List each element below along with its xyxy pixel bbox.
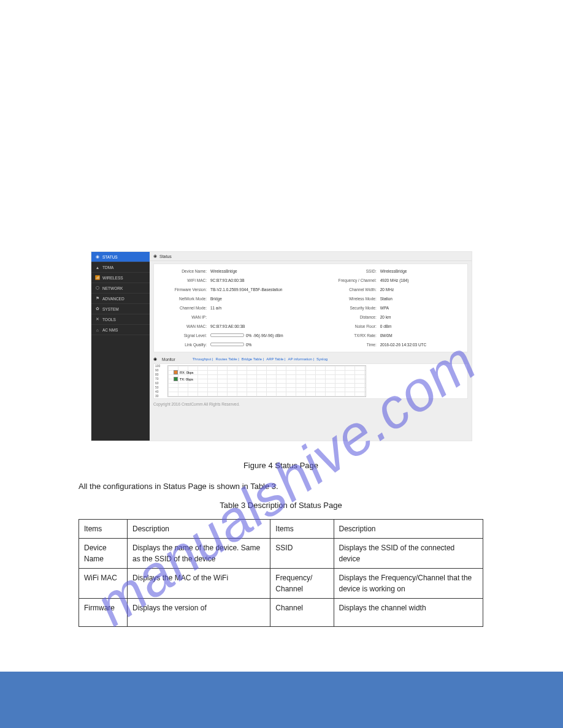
status-row: Distance:20 km [329,313,462,321]
table-caption: Table 3 Description of Status Page [79,499,483,512]
sidebar-item-status[interactable]: ◉STATUS [91,252,150,262]
table-cell: Frequency/ Channel [270,568,334,598]
status-value: WirelessBridge [210,269,237,273]
table-cell: Displays the name of the device. Same as… [128,538,270,568]
status-label: WAN IP: [159,315,207,319]
table-cell: SSID [270,538,334,568]
sidebar-item-network[interactable]: ⬡NETWORK [91,283,150,294]
status-row: Time:2016-02-26 14:32:03 UTC [329,341,462,349]
chart-y-axis: 10090807060504030 [155,364,160,398]
status-value: 11 a/n [210,306,221,310]
sidebar-item-system[interactable]: ✿SYSTEM [91,304,150,314]
status-row: Link Quality:0% [159,341,323,349]
status-label: Channel Width: [329,287,377,292]
sidebar-item-label: WIRELESS [102,276,123,280]
status-row: TX/RX Rate:0M/0M [329,332,462,339]
status-value: TB-V2.1.0.2589.9344_TB5F-Basestation [210,287,282,292]
monitor-link-arp-table[interactable]: ARP Table | [266,357,285,361]
status-row: Device Name:WirelessBridge [159,267,323,275]
tools-icon: ✕ [95,317,100,322]
legend-swatch [174,377,178,381]
content-area: ◉ Status Device Name:WirelessBridgeWIFI … [150,252,472,441]
status-value: 0 dBm [380,324,392,328]
sidebar-item-label: SYSTEM [102,307,119,311]
table-cell: Device Name [79,538,128,568]
table-cell: Channel [270,598,334,626]
y-tick: 80 [155,373,160,377]
table-cell: Displays the Frequency/Channel that the … [334,568,483,598]
status-label: Noise Floor: [329,324,377,328]
status-value: WPA [380,306,389,310]
copyright-text: Copyright 2016 CrestComm All Rights Rese… [150,401,472,408]
tdma-icon: ▲ [95,265,100,270]
status-row: Noise Floor:0 dBm [329,322,462,330]
description-table: ItemsDescriptionItemsDescriptionDevice N… [79,519,483,627]
legend-item: TX: 0bps [174,377,194,381]
status-row: Firmware Version:TB-V2.1.0.2589.9344_TB5… [159,286,323,294]
y-tick: 100 [155,364,160,368]
y-tick: 60 [155,381,160,385]
figure-caption: Figure 4 Status Page [79,460,483,472]
status-value: WirelessBridge [380,269,407,273]
status-label: SSID: [329,269,377,273]
monitor-title: Monitor [162,357,175,362]
sidebar-item-label: TDMA [102,265,113,270]
table-cell: Firmware [79,598,128,626]
legend-text: TX: 0bps [180,377,193,381]
status-value: 0% -96(-96/-96) dBm [210,333,283,338]
status-value: Bridge [210,297,222,301]
throughput-chart: 10090807060504030 RX: 0bpsTX: 0bps [153,363,468,399]
status-screenshot: ◉STATUS▲TDMA📶WIRELESS⬡NETWORK⚑ADVANCED✿S… [91,251,472,441]
status-label: Frequency / Channel: [329,278,377,282]
sidebar-item-label: AC NMS [102,328,118,332]
monitor-link-throughput[interactable]: Throughput | [193,357,213,361]
advanced-icon: ⚑ [95,296,100,301]
sidebar-item-tdma[interactable]: ▲TDMA [91,262,150,273]
legend-text: RX: 0bps [180,371,194,374]
table-cell: Displays the channel width [334,598,483,626]
status-value: 0% [210,343,251,347]
status-value: Station [380,297,393,301]
monitor-link-syslog[interactable]: Syslog [316,357,327,361]
status-row: Signal Level:0% -96(-96/-96) dBm [159,332,323,339]
status-title: Status [159,254,172,259]
caption-block: Figure 4 Status Page All the configurati… [79,460,483,627]
status-row: NetWork Mode:Bridge [159,295,323,303]
status-label: Distance: [329,315,377,319]
ac nms-icon: ⌂ [95,327,100,332]
monitor-link-ap-information[interactable]: AP information | [288,357,314,361]
table-header-cell: Items [79,519,128,538]
monitor-section-header: ◉ Monitor Throughput |Routes Table |Brid… [150,355,472,363]
sidebar-item-advanced[interactable]: ⚑ADVANCED [91,294,150,304]
sidebar-item-label: TOOLS [102,317,116,322]
paragraph-1: All the configurations in Status Page is… [79,480,483,493]
legend-swatch [174,370,178,374]
status-value: 2016-02-26 14:32:03 UTC [380,343,427,347]
status-row: SSID:WirelessBridge [329,267,462,275]
status-row: Channel Width:20 MHz [329,286,462,294]
status-label: Firmware Version: [159,287,207,292]
status-row: Channel Mode:11 a/n [159,304,323,312]
table-row: WiFi MACDisplays the MAC of the WiFiFreq… [79,568,483,598]
progress-bar [210,333,244,337]
y-tick: 90 [155,368,160,373]
network-icon: ⬡ [95,286,100,290]
sidebar-item-wireless[interactable]: 📶WIRELESS [91,273,150,283]
status-value: 4920 MHz (184) [380,278,409,282]
table-cell: Displays the MAC of the WiFi [128,568,270,598]
status-value: 0M/0M [380,333,393,338]
status-row: Wireless Mode:Station [329,295,462,303]
table-header-cell: Items [270,519,334,538]
system-icon: ✿ [95,306,100,311]
table-header-cell: Description [128,519,270,538]
status-panel: Device Name:WirelessBridgeWIFI MAC:9C:B7… [153,264,468,352]
sidebar-item-ac-nms[interactable]: ⌂AC NMS [91,325,150,335]
sidebar-nav: ◉STATUS▲TDMA📶WIRELESS⬡NETWORK⚑ADVANCED✿S… [91,252,150,441]
y-tick: 70 [155,377,160,381]
sidebar-item-tools[interactable]: ✕TOOLS [91,314,150,325]
sidebar-item-label: STATUS [102,255,118,259]
monitor-link-bridge-table[interactable]: Bridge Table | [242,357,264,361]
footer-bar [0,672,563,728]
status-icon: ◉ [95,254,100,259]
monitor-link-routes-table[interactable]: Routes Table | [216,357,239,361]
